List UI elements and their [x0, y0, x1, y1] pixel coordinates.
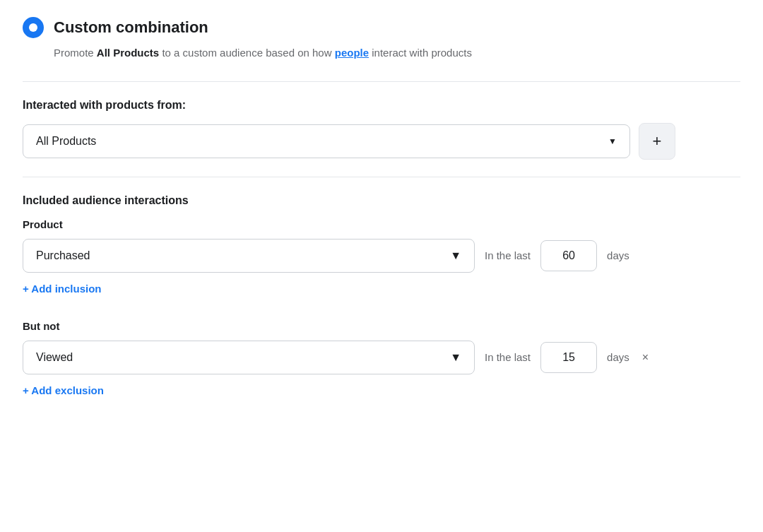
section-divider-2 — [23, 177, 740, 177]
inclusion-interaction-row: Purchased ▼ In the last days — [23, 239, 740, 273]
products-select[interactable]: All Products ▼ — [23, 124, 630, 158]
exclusion-interaction-row: Viewed ▼ In the last days × — [23, 341, 740, 374]
products-select-wrapper: All Products ▼ — [23, 124, 630, 158]
add-product-button[interactable]: + — [639, 123, 675, 160]
products-select-value: All Products — [36, 135, 96, 148]
exclusion-select[interactable]: Viewed ▼ — [23, 341, 475, 374]
section-divider — [23, 81, 740, 82]
inclusion-select[interactable]: Purchased ▼ — [23, 239, 475, 273]
but-not-section: But not Viewed ▼ In the last days × + Ad… — [23, 320, 740, 416]
inclusion-chevron-icon: ▼ — [450, 249, 461, 262]
exclusion-in-the-last-label: In the last — [485, 351, 531, 363]
exclusion-select-value: Viewed — [36, 351, 73, 364]
inclusion-days-label: days — [607, 249, 629, 261]
radio-inner — [29, 23, 37, 32]
add-exclusion-link[interactable]: + Add exclusion — [23, 384, 104, 396]
exclusion-close-button[interactable]: × — [642, 351, 649, 364]
header-row: Custom combination — [23, 17, 740, 38]
add-product-icon: + — [653, 132, 662, 150]
inclusion-in-the-last-label: In the last — [485, 249, 531, 261]
included-section-label: Included audience interactions — [23, 194, 740, 207]
subtitle-mid: to a custom audience based on how — [159, 47, 335, 59]
exclusion-days-input[interactable] — [540, 342, 597, 373]
subtitle-bold: All Products — [97, 47, 159, 59]
inclusion-days-input[interactable] — [540, 240, 597, 271]
exclusion-days-label: days — [607, 351, 629, 363]
radio-button[interactable] — [23, 17, 44, 38]
subtitle-prefix: Promote — [54, 47, 97, 59]
but-not-label: But not — [23, 320, 740, 332]
product-label: Product — [23, 218, 740, 230]
subtitle-suffix: interact with products — [369, 47, 472, 59]
exclusion-chevron-icon: ▼ — [450, 351, 461, 364]
subtitle-link[interactable]: people — [335, 47, 369, 59]
products-row: All Products ▼ + — [23, 123, 740, 160]
interacted-section-label: Interacted with products from: — [23, 99, 740, 112]
add-inclusion-link[interactable]: + Add inclusion — [23, 283, 102, 295]
subtitle: Promote All Products to a custom audienc… — [54, 45, 740, 61]
page-title: Custom combination — [54, 18, 208, 37]
inclusion-select-value: Purchased — [36, 249, 90, 262]
products-chevron-icon: ▼ — [608, 136, 617, 146]
